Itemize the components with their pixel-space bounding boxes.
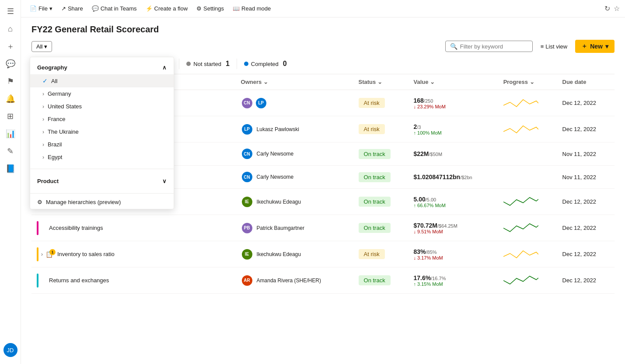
status-not-started[interactable]: Not started 1	[179, 58, 237, 69]
comment-count: 1	[49, 249, 56, 255]
due-date: Dec 12, 2022	[562, 198, 596, 205]
owner-name: Amanda Rivera (SHE/HER)	[257, 277, 321, 284]
value-denom: /$2bn	[460, 175, 472, 180]
table-row[interactable]: Returns and exchangesARAmanda Rivera (SH…	[31, 267, 615, 294]
flow-icon: ⚡	[146, 5, 153, 12]
all-filter-button[interactable]: All ▾	[31, 41, 52, 52]
status-badge: At risk	[359, 249, 385, 259]
col-value: Value ⌄	[408, 74, 498, 90]
teams-icon: 💬	[92, 5, 99, 12]
avatar: IE	[241, 196, 253, 208]
dropdown-item-brazil[interactable]: › Brazil	[30, 138, 174, 151]
value-display: 168/250 ↓ 23.29% MoM	[413, 97, 492, 109]
value-cell: $1.020847112bn/$2bn	[408, 166, 498, 189]
nav-add-icon[interactable]: ＋	[3, 38, 18, 54]
value-display: 83%/85% ↓ 3.17% MoM	[413, 248, 492, 260]
progress-cell	[498, 267, 557, 294]
star-icon[interactable]: ☆	[614, 4, 620, 13]
due-date: Dec 12, 2022	[562, 277, 596, 284]
value-main: 17.6%	[413, 274, 431, 281]
status-badge: On track	[359, 149, 391, 159]
expand-chevron-icon: ›	[42, 104, 44, 110]
filter-all-label: All	[36, 43, 42, 50]
value-main: 168	[413, 97, 423, 104]
progress-cell	[498, 241, 557, 267]
due-date: Dec 12, 2022	[562, 126, 596, 132]
create-flow-button[interactable]: ⚡ Create a flow	[142, 3, 192, 14]
due-date-cell: Dec 12, 2022	[557, 241, 615, 267]
dropdown-item-ukraine[interactable]: › The Ukraine	[30, 125, 174, 138]
comment-icon[interactable]: 📋 1	[45, 251, 53, 258]
item-germany-label: Germany	[48, 90, 71, 97]
settings-label: Settings	[203, 5, 224, 12]
dropdown-item-all[interactable]: ✓ All	[30, 74, 174, 87]
status-completed[interactable]: Completed 0	[237, 58, 294, 69]
value-display: $22M/$50M	[413, 150, 492, 157]
owner-name: Patrick Baumgartner	[257, 225, 304, 231]
list-view-button[interactable]: ≡ List view	[536, 42, 572, 52]
new-button[interactable]: ＋ New ▾	[575, 40, 615, 53]
product-collapse-icon: ∨	[162, 178, 167, 184]
nav-scorecard-icon[interactable]: 📊	[3, 126, 18, 142]
nav-menu-icon[interactable]: ☰	[3, 3, 18, 19]
value-denom: /85%	[426, 250, 437, 255]
value-main: $22M	[413, 150, 429, 157]
owners-cell: CNCarly Newsome	[236, 142, 353, 166]
dropdown-item-france[interactable]: › France	[30, 113, 174, 125]
value-change: ↓ 23.29% MoM	[413, 104, 492, 109]
expand-chevron-icon: ›	[42, 129, 44, 135]
goal-name-cell: › 📋 1 Inventory to sales ratio	[31, 241, 236, 267]
toolbar: 📄 File ▾ ↗ Share 💬 Chat in Teams ⚡ Creat…	[21, 0, 625, 17]
new-chevron-icon: ▾	[605, 43, 608, 50]
chat-teams-button[interactable]: 💬 Chat in Teams	[88, 3, 140, 14]
nav-edit-icon[interactable]: ✎	[3, 143, 18, 159]
value-denom: /$50M	[429, 152, 443, 157]
dropdown-item-us[interactable]: › United States	[30, 100, 174, 113]
nav-bell-icon[interactable]: 🔔	[3, 91, 18, 107]
product-section: Product ∨	[30, 171, 174, 191]
geography-header[interactable]: Geography ∧	[30, 61, 174, 74]
due-date-cell: Dec 12, 2022	[557, 215, 615, 241]
manage-hierarchies-button[interactable]: ⚙ Manage hierarchies (preview)	[30, 195, 174, 209]
status-badge: On track	[359, 172, 391, 182]
status-cell: On track	[353, 267, 409, 294]
file-icon: 📄	[30, 5, 37, 12]
read-mode-button[interactable]: 📖 Read mode	[229, 3, 274, 14]
status-badge: At risk	[359, 124, 385, 134]
user-avatar[interactable]: JD	[3, 343, 17, 357]
owner-name: Carly Newsome	[257, 174, 294, 180]
nav-grid-icon[interactable]: ⊞	[3, 108, 18, 124]
share-button[interactable]: ↗ Share	[58, 3, 87, 14]
goal-name-cell: Accessibility trainings	[31, 215, 236, 241]
nav-book-icon[interactable]: 📘	[3, 161, 18, 177]
nav-home-icon[interactable]: ⌂	[3, 21, 18, 37]
product-header[interactable]: Product ∨	[30, 174, 174, 188]
expand-icon[interactable]: ›	[41, 251, 43, 257]
nav-flag-icon[interactable]: ⚑	[3, 73, 18, 89]
value-display: $70.72M/$64.25M ↓ 9.51% MoM	[413, 222, 492, 234]
value-change: ↑ 66.67% MoM	[413, 203, 492, 208]
search-box[interactable]: 🔍	[445, 41, 533, 52]
table-row[interactable]: › 📋 1 Inventory to sales ratioIEIkechukw…	[31, 241, 615, 267]
table-row[interactable]: Accessibility trainingsPBPatrick Baumgar…	[31, 215, 615, 241]
status-cell: At risk	[353, 90, 409, 116]
geography-dropdown: Geography ∧ ✓ All › Germany › United Sta…	[30, 57, 174, 209]
progress-cell	[498, 215, 557, 241]
item-brazil-label: Brazil	[48, 141, 62, 148]
refresh-icon[interactable]: ↻	[604, 4, 610, 13]
list-view-label: List view	[545, 43, 567, 50]
nav-chat-icon[interactable]: 💬	[3, 56, 18, 72]
file-menu[interactable]: 📄 File ▾	[26, 3, 56, 14]
file-label: File	[38, 5, 48, 12]
not-started-count: 1	[226, 60, 230, 68]
avatar: CN	[241, 148, 253, 160]
dropdown-item-germany[interactable]: › Germany	[30, 87, 174, 100]
item-us-label: United States	[48, 103, 82, 110]
search-input[interactable]	[460, 43, 528, 50]
owners-label: Owners	[241, 79, 262, 85]
value-denom: /$64.25M	[437, 223, 457, 229]
owners-cell: LPLukasz Pawlowski	[236, 116, 353, 142]
settings-button[interactable]: ⚙ Settings	[193, 3, 227, 14]
dropdown-item-egypt[interactable]: › Egypt	[30, 151, 174, 163]
value-denom: /16.7%	[431, 276, 446, 281]
